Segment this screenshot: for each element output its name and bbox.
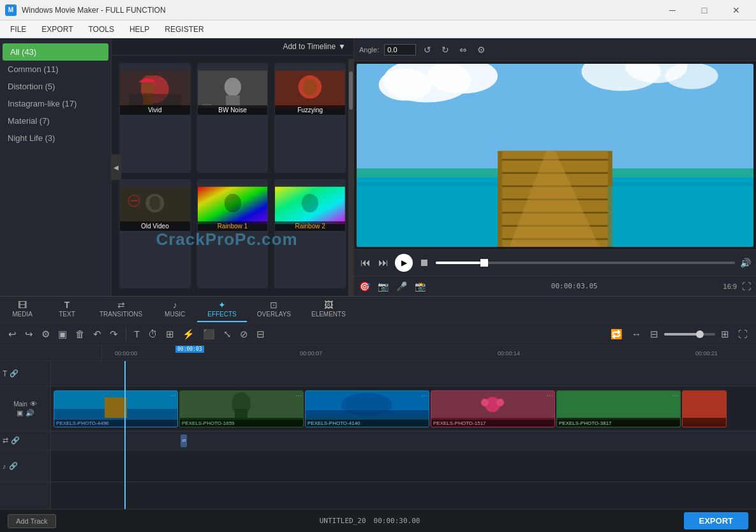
clip-flower-menu[interactable]: ⋯ bbox=[547, 392, 553, 399]
zoom-in-button[interactable]: ⊞ bbox=[718, 327, 732, 342]
play-pause-button[interactable]: ▶ bbox=[395, 254, 413, 272]
category-material[interactable]: Material (7) bbox=[0, 112, 111, 129]
fit-button[interactable]: ↔ bbox=[628, 327, 644, 341]
category-instagram[interactable]: Instagram-like (17) bbox=[0, 95, 111, 112]
tab-effects[interactable]: ✦ EFFECTS bbox=[197, 297, 247, 322]
clip-water[interactable]: PEXELS-PHOTO-4140 ⋯ bbox=[305, 390, 429, 427]
angle-label: Angle: bbox=[359, 46, 379, 54]
zoom-out-button[interactable]: ⊟ bbox=[647, 327, 662, 342]
titlebar-left: M Windows Movie Maker - FULL FUNCTION bbox=[5, 4, 166, 16]
mic-icon[interactable]: 🎤 bbox=[396, 281, 407, 292]
menu-help[interactable]: HELP bbox=[122, 20, 157, 38]
transition-arrow-1[interactable]: ⇄ bbox=[181, 434, 187, 447]
snap-icon[interactable]: 🎯 bbox=[359, 281, 370, 292]
crop-button[interactable]: ⤡ bbox=[220, 327, 235, 342]
main-track-text-label: Main bbox=[13, 401, 27, 408]
category-common[interactable]: Common (11) bbox=[0, 61, 111, 78]
ruler-mark-3: 00:00:21 bbox=[695, 350, 718, 357]
shape-button[interactable]: ⬛ bbox=[200, 327, 218, 342]
maximize-button[interactable]: □ bbox=[690, 0, 719, 20]
clip-green[interactable]: PEXELS-PHOTO-3817 ⋯ bbox=[556, 390, 681, 427]
clip-red[interactable] bbox=[682, 390, 727, 427]
stop-button[interactable]: ⏹ bbox=[418, 256, 431, 270]
tab-music[interactable]: ♪ MUSIC bbox=[152, 297, 197, 322]
step-back-button[interactable]: ⏭ bbox=[377, 256, 390, 270]
progress-bar[interactable] bbox=[436, 262, 735, 264]
camera-icon[interactable]: 📷 bbox=[378, 281, 389, 292]
minimize-button[interactable]: ─ bbox=[658, 0, 687, 20]
motion-button[interactable]: ⚡ bbox=[179, 327, 198, 342]
menu-register[interactable]: REGISTER bbox=[157, 20, 211, 38]
clip-beach[interactable]: PEXELS-PHOTO-4496 ⋯ bbox=[54, 390, 178, 427]
main-track-volume-icon[interactable]: 🔊 bbox=[26, 409, 34, 417]
adjust-icon[interactable]: ⚙ bbox=[475, 43, 488, 56]
tab-overlays[interactable]: ⊡ OVERLAYS bbox=[247, 297, 301, 322]
time-button[interactable]: ⏱ bbox=[145, 327, 161, 341]
clip-green-menu[interactable]: ⋯ bbox=[672, 392, 679, 399]
effect-bwnoise[interactable]: noise BW Noise bbox=[197, 63, 269, 173]
grid-button[interactable]: ⊞ bbox=[163, 327, 177, 342]
app: M Windows Movie Maker - FULL FUNCTION ─ … bbox=[0, 0, 756, 532]
volume-icon[interactable]: 🔊 bbox=[740, 258, 751, 268]
menu-file[interactable]: FILE bbox=[3, 20, 34, 38]
delete-button[interactable]: 🗑 bbox=[72, 327, 88, 341]
go-to-start-button[interactable]: ⏮ bbox=[359, 256, 372, 270]
text-tool-button[interactable]: T bbox=[131, 327, 143, 341]
angle-input[interactable] bbox=[384, 44, 416, 55]
tab-media[interactable]: 🎞 MEDIA bbox=[0, 297, 45, 322]
effect-rainbow2[interactable]: Rainbow 2 bbox=[274, 179, 346, 289]
export-button[interactable]: EXPORT bbox=[684, 512, 748, 529]
screenshot-icon[interactable]: 📸 bbox=[415, 281, 426, 292]
settings-button[interactable]: ⚙ bbox=[38, 327, 53, 342]
fullscreen-timeline-button[interactable]: ⛶ bbox=[735, 327, 751, 341]
zoom-slider[interactable] bbox=[664, 333, 715, 336]
clip-flower[interactable]: PEXELS-PHOTO-1517 ⋯ bbox=[431, 390, 555, 427]
effect-fuzzying[interactable]: Fuzzying bbox=[274, 63, 346, 173]
tab-transitions[interactable]: ⇄ TRANSITIONS bbox=[89, 297, 152, 322]
effect-rainbow1[interactable]: Rainbow 1 bbox=[197, 179, 269, 289]
effect-vivid[interactable]: Vivid bbox=[119, 63, 191, 173]
rotate-left-button[interactable]: ↶ bbox=[90, 327, 105, 342]
flip-h-icon[interactable]: ⇔ bbox=[457, 43, 470, 56]
effect-vivid-label: Vivid bbox=[120, 105, 190, 115]
loop-button[interactable]: 🔁 bbox=[607, 327, 626, 342]
main-track-clip-icon[interactable]: ▣ bbox=[17, 409, 23, 417]
menu-export[interactable]: EXPORT bbox=[34, 20, 80, 38]
tab-elements[interactable]: 🖼 ELEMENTS bbox=[301, 297, 356, 322]
add-track-button[interactable]: Add Track bbox=[8, 514, 56, 528]
svg-rect-59 bbox=[306, 410, 429, 418]
media-tab-label: MEDIA bbox=[12, 311, 33, 318]
menu-tools[interactable]: TOOLS bbox=[80, 20, 121, 38]
playhead-marker: 00:00:03 bbox=[175, 346, 204, 360]
collapse-panel-button[interactable]: ◀ bbox=[111, 154, 121, 180]
fullscreen-icon[interactable]: ⛶ bbox=[742, 281, 751, 292]
rotate-right-button[interactable]: ↷ bbox=[107, 327, 121, 342]
link-icon-text: 🔗 bbox=[10, 369, 19, 378]
eye-icon-main[interactable]: 👁 bbox=[30, 400, 37, 408]
split-button[interactable]: ⊘ bbox=[237, 327, 251, 342]
tab-text[interactable]: T TEXT bbox=[45, 297, 89, 322]
playback-controls: ⏮ ⏭ ▶ ⏹ 🔊 bbox=[354, 249, 756, 276]
effects-tab-icon: ✦ bbox=[218, 300, 226, 310]
clip-water-menu[interactable]: ⋯ bbox=[421, 392, 427, 399]
category-distortion[interactable]: Distortion (5) bbox=[0, 78, 111, 95]
undo-preview-icon[interactable]: ↺ bbox=[421, 43, 434, 56]
menubar: FILE EXPORT TOOLS HELP REGISTER bbox=[0, 20, 756, 38]
effect-oldvideo[interactable]: Old Video bbox=[119, 179, 191, 289]
close-button[interactable]: ✕ bbox=[722, 0, 751, 20]
select-button[interactable]: ▣ bbox=[55, 327, 70, 342]
titlebar-logo: M bbox=[5, 4, 17, 16]
music-tab-label: MUSIC bbox=[165, 311, 185, 318]
clip-forest[interactable]: PEXELS-PHOTO-1659 ⋯ bbox=[179, 390, 304, 427]
category-nightlife[interactable]: Night Life (3) bbox=[0, 129, 111, 147]
category-all[interactable]: All (43) bbox=[3, 43, 108, 61]
redo-button[interactable]: ↪ bbox=[22, 327, 36, 342]
clip-forest-menu[interactable]: ⋯ bbox=[295, 392, 302, 399]
undo-button[interactable]: ↩ bbox=[5, 327, 20, 342]
clip-beach-menu[interactable]: ⋯ bbox=[170, 392, 176, 399]
table-button[interactable]: ⊟ bbox=[253, 327, 268, 342]
svg-rect-8 bbox=[226, 96, 240, 106]
add-to-timeline-button[interactable]: Add to Timeline ▼ bbox=[283, 42, 346, 51]
redo-preview-icon[interactable]: ↻ bbox=[439, 43, 452, 56]
transitions-tab-icon: ⇄ bbox=[117, 300, 125, 310]
